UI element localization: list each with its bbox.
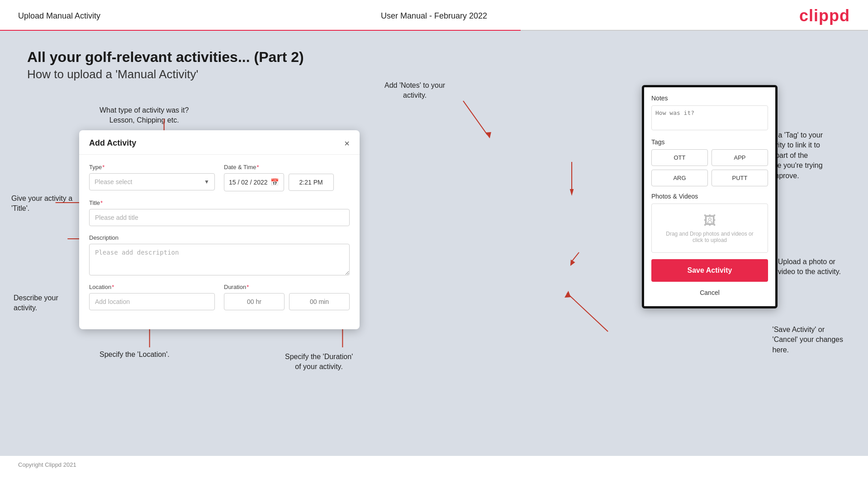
duration-label: Duration*	[224, 284, 350, 290]
save-activity-button[interactable]: Save Activity	[651, 259, 768, 282]
photo-upload-text: Drag and Drop photos and videos or click…	[666, 231, 753, 243]
annotation-duration: Specify the 'Duration' of your activity.	[285, 352, 353, 372]
svg-marker-16	[570, 189, 574, 196]
svg-marker-14	[485, 132, 491, 138]
copyright: Copyright Clippd 2021	[18, 461, 76, 468]
type-label: Type*	[89, 164, 215, 171]
svg-marker-20	[564, 291, 571, 298]
annotation-description: Describe your activity.	[14, 293, 58, 313]
duration-group: Duration*	[224, 284, 350, 310]
notes-input[interactable]	[651, 105, 768, 130]
datetime-group: Date & Time* 15 / 02 / 2022 📅 2:21 PM	[224, 164, 350, 191]
description-input[interactable]	[89, 244, 350, 275]
tag-arg[interactable]: ARG	[651, 170, 708, 186]
time-input[interactable]: 2:21 PM	[289, 174, 334, 191]
cancel-link[interactable]: Cancel	[651, 286, 768, 299]
location-input[interactable]	[89, 293, 215, 310]
page-heading: All your golf-relevant activities... (Pa…	[27, 49, 841, 81]
location-group: Location*	[89, 284, 215, 310]
location-duration-row: Location* Duration*	[89, 284, 350, 310]
phone-panel: Notes Tags OTT APP ARG PUTT Photos & Vid…	[642, 85, 778, 308]
annotation-title: Give your activity a 'Title'.	[11, 194, 72, 214]
notes-section-title: Notes	[651, 95, 768, 102]
location-label: Location*	[89, 284, 215, 290]
duration-inputs	[224, 293, 350, 310]
footer: Copyright Clippd 2021	[0, 456, 868, 474]
annotation-photo: Upload a photo or video to the activity.	[778, 257, 841, 277]
sub-heading: How to upload a 'Manual Activity'	[27, 67, 841, 81]
calendar-icon: 📅	[270, 178, 279, 186]
date-value: 15 / 02 / 2022	[229, 179, 268, 186]
top-bar: Upload Manual Activity User Manual - Feb…	[0, 0, 868, 30]
tags-section-title: Tags	[651, 138, 768, 146]
title-group: Title*	[89, 199, 350, 226]
title-row: Title*	[89, 199, 350, 226]
svg-marker-18	[570, 260, 575, 266]
duration-minutes-input[interactable]	[289, 293, 350, 310]
modal-body: Type* ▼ Please select Date & Time*	[79, 155, 360, 329]
annotation-location: Specify the 'Location'.	[100, 350, 170, 360]
annotation-notes: Add 'Notes' to your activity.	[384, 81, 445, 101]
type-group: Type* ▼ Please select	[89, 164, 215, 191]
tag-app[interactable]: APP	[711, 149, 768, 166]
tag-ott[interactable]: OTT	[651, 149, 708, 166]
main-heading: All your golf-relevant activities... (Pa…	[27, 49, 841, 66]
svg-line-13	[463, 101, 487, 135]
datetime-label: Date & Time*	[224, 164, 350, 171]
duration-hours-input[interactable]	[224, 293, 285, 310]
type-select-wrapper: ▼ Please select	[89, 173, 215, 190]
annotation-activity-type: What type of activity was it? Lesson, Ch…	[100, 105, 189, 126]
svg-line-19	[567, 293, 608, 332]
date-input[interactable]: 15 / 02 / 2022 📅	[224, 173, 284, 191]
tag-putt[interactable]: PUTT	[711, 170, 768, 186]
description-row: Description	[89, 234, 350, 275]
date-time-inputs: 15 / 02 / 2022 📅 2:21 PM	[224, 173, 350, 191]
title-label: Title*	[89, 199, 350, 206]
modal-close-button[interactable]: ×	[344, 139, 350, 148]
main-content: All your golf-relevant activities... (Pa…	[0, 31, 868, 456]
modal-header: Add Activity ×	[79, 130, 360, 155]
svg-line-17	[572, 252, 579, 261]
type-datetime-row: Type* ▼ Please select Date & Time*	[89, 164, 350, 191]
phone-panel-inner: Notes Tags OTT APP ARG PUTT Photos & Vid…	[644, 87, 775, 306]
photo-upload-area[interactable]: 🖼 Drag and Drop photos and videos or cli…	[651, 204, 768, 253]
description-group: Description	[89, 234, 350, 275]
modal-title: Add Activity	[89, 138, 136, 148]
title-input[interactable]	[89, 209, 350, 226]
document-subtitle: User Manual - February 2022	[381, 11, 487, 21]
photo-icon: 🖼	[703, 213, 716, 228]
type-select[interactable]	[89, 173, 215, 190]
add-activity-modal: Add Activity × Type* ▼ Please select	[79, 130, 360, 329]
tags-grid: OTT APP ARG PUTT	[651, 149, 768, 186]
annotation-save-cancel: 'Save Activity' or 'Cancel' your changes…	[773, 325, 843, 355]
logo: clippd	[799, 6, 850, 25]
page-title: Upload Manual Activity	[18, 11, 100, 21]
photos-section-title: Photos & Videos	[651, 193, 768, 200]
description-label: Description	[89, 234, 350, 241]
